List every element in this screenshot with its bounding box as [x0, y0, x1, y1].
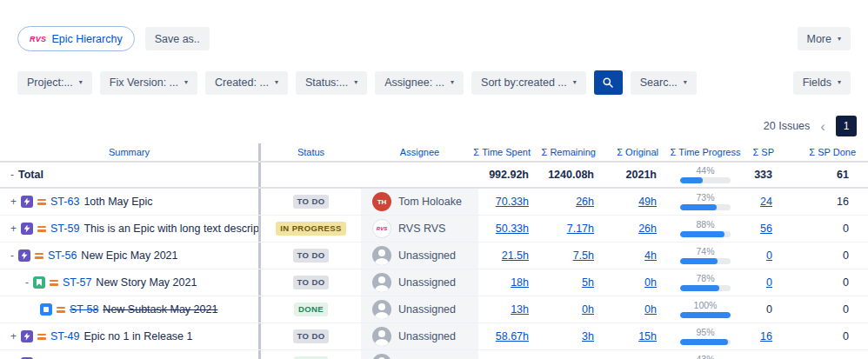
column-header-status[interactable]: Status [261, 143, 361, 161]
progress-bar [680, 285, 731, 291]
time-spent-link[interactable]: 18h [511, 276, 529, 289]
time-spent-link[interactable]: 58.67h [496, 330, 529, 342]
original-link[interactable]: 26h [638, 223, 657, 235]
time-spent-link[interactable]: 50.33h [496, 223, 529, 235]
remaining-cell: 7.5h [539, 243, 604, 269]
issue-summary: New Epic May 2021 [81, 249, 177, 262]
filter-label: Project:... [27, 76, 73, 89]
column-header-time-progress[interactable]: Σ Time Progress [667, 143, 744, 161]
total-toggle[interactable]: - [10, 169, 14, 181]
original-cell: 0h [604, 269, 667, 296]
status-lozenge[interactable]: IN PROGRESS [276, 222, 345, 236]
issue-key[interactable]: ST-58 [70, 303, 98, 316]
summary-cell: + ST-36 TestEpic [0, 350, 261, 359]
remaining-link[interactable]: 7.5h [573, 249, 594, 262]
remaining-link[interactable]: 3h [582, 330, 594, 342]
time-spent-cell: 70.33h [478, 189, 539, 215]
row-toggle[interactable]: - [10, 249, 14, 262]
column-header-original[interactable]: Σ Original [604, 143, 667, 161]
time-spent-link[interactable]: 13h [511, 303, 529, 316]
status-lozenge[interactable]: TO DO [293, 329, 330, 343]
issue-key[interactable]: ST-57 [63, 276, 91, 289]
sp-value[interactable]: 0 [766, 276, 772, 289]
row-toggle[interactable]: + [10, 196, 17, 208]
remaining-link[interactable]: 0h [582, 303, 594, 316]
progress-cell: 73% [667, 189, 744, 215]
filter-fix-version-dropdown[interactable]: Fix Version: ... ▾ [100, 71, 197, 95]
progress-fill [680, 339, 728, 345]
assignee-cell[interactable]: TH Tom Holoake [361, 189, 478, 215]
issue-key[interactable]: ST-49 [50, 330, 79, 342]
issue-key[interactable]: ST-63 [50, 196, 79, 208]
remaining-link[interactable]: 7.17h [567, 223, 594, 235]
status-lozenge[interactable]: TO DO [293, 195, 330, 209]
total-sp-value: 333 [754, 169, 772, 181]
search-scope-label: Searc... [640, 76, 678, 89]
progress-fill [680, 204, 717, 210]
remaining-link[interactable]: 5h [582, 276, 594, 289]
remaining-link[interactable]: 26h [576, 196, 594, 208]
epic-hierarchy-view-button[interactable]: RVS Epic Hierarchy [17, 26, 135, 51]
column-header-summary[interactable]: Summary [0, 143, 261, 161]
pagination: 20 Issues ‹ 1 [11, 116, 857, 136]
original-link[interactable]: 0h [644, 276, 657, 289]
time-spent-link[interactable]: 70.33h [496, 196, 529, 208]
assignee-name: Tom Holoake [398, 196, 462, 208]
issue-summary: New Story May 2021 [96, 276, 197, 289]
filters-toolbar: Project:... ▾ Fix Version: ... ▾ Created… [17, 70, 851, 95]
more-button[interactable]: More ▾ [798, 27, 851, 50]
sp-value[interactable]: 56 [760, 223, 772, 235]
sort-by-dropdown[interactable]: Sort by:created ... ▾ [471, 71, 586, 95]
sp-value[interactable]: 0 [766, 249, 772, 262]
status-lozenge[interactable]: DONE [294, 302, 328, 316]
assignee-cell[interactable]: Unassigned [361, 350, 478, 359]
chevron-down-icon: ▾ [79, 79, 83, 86]
status-cell: TO DO [261, 243, 361, 269]
original-link[interactable]: 0h [644, 303, 657, 316]
row-toggle[interactable]: + [10, 223, 17, 235]
filter-assignee-dropdown[interactable]: Assignee: ... ▾ [375, 71, 464, 95]
avatar [372, 354, 391, 359]
assignee-cell[interactable]: RVS RVS RVS [361, 216, 478, 242]
filter-label: Fix Version: ... [110, 76, 178, 89]
chevron-down-icon: ▾ [838, 79, 841, 86]
assignee-cell[interactable]: Unassigned [361, 243, 478, 269]
original-link[interactable]: 15h [638, 330, 657, 342]
total-remaining: 1240.08h [539, 163, 604, 187]
assignee-cell[interactable]: Unassigned [361, 296, 478, 322]
filter-created-dropdown[interactable]: Created: ... ▾ [205, 71, 288, 95]
current-page-button[interactable]: 1 [836, 116, 857, 136]
row-toggle[interactable]: + [10, 330, 17, 342]
assignee-cell[interactable]: Unassigned [361, 323, 478, 349]
progress-cell: 88% [667, 216, 744, 242]
filter-status-dropdown[interactable]: Status:... ▾ [296, 71, 367, 95]
column-header-sp[interactable]: Σ SP [744, 143, 783, 161]
original-link[interactable]: 49h [638, 196, 657, 208]
search-button[interactable] [594, 70, 623, 95]
search-scope-dropdown[interactable]: Searc... ▾ [631, 71, 697, 95]
issue-key[interactable]: ST-59 [50, 223, 79, 235]
sp-done-value: 0 [843, 303, 849, 316]
status-lozenge[interactable]: TO DO [293, 249, 330, 263]
issues-table: Summary Status Assignee Σ Time Spent Σ R… [0, 143, 868, 359]
original-link[interactable]: 4h [644, 249, 657, 262]
time-spent-link[interactable]: 21.5h [502, 249, 529, 262]
filter-project-dropdown[interactable]: Project:... ▾ [17, 71, 92, 95]
save-as-button[interactable]: Save as.. [145, 27, 210, 50]
column-header-time-spent[interactable]: Σ Time Spent [478, 143, 539, 161]
column-header-assignee[interactable]: Assignee [361, 143, 478, 161]
row-toggle[interactable]: - [25, 276, 29, 289]
progress-fill [680, 231, 724, 237]
prev-page-icon[interactable]: ‹ [820, 119, 825, 134]
sp-value[interactable]: 16 [760, 330, 772, 342]
column-header-sp-done[interactable]: Σ SP Done [783, 143, 868, 161]
progress-fill [680, 258, 718, 264]
status-lozenge[interactable]: TO DO [293, 276, 330, 289]
sp-value[interactable]: 24 [760, 196, 772, 208]
fields-button[interactable]: Fields ▾ [793, 71, 851, 95]
column-header-remaining[interactable]: Σ Remaining [539, 143, 604, 161]
assignee-cell[interactable]: Unassigned [361, 269, 478, 296]
summary-cell: - ST-57 New Story May 2021 [0, 269, 261, 296]
issue-key[interactable]: ST-56 [48, 249, 77, 262]
sp-done-cell: 0 [783, 323, 868, 349]
